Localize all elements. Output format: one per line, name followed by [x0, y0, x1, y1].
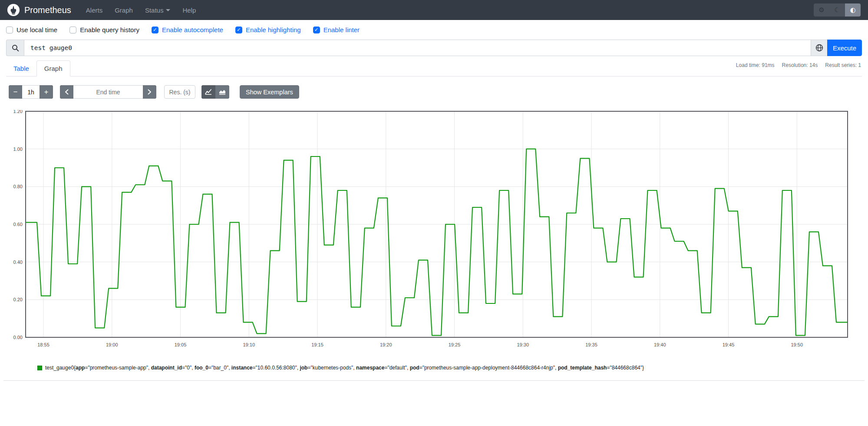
checkbox-icon: ✓ — [6, 27, 13, 33]
range-input[interactable] — [22, 85, 40, 99]
svg-text:19:30: 19:30 — [517, 342, 529, 347]
svg-text:1.00: 1.00 — [13, 146, 23, 152]
chart-type-toggle — [201, 85, 229, 99]
svg-text:19:40: 19:40 — [654, 342, 666, 347]
graph-canvas[interactable]: 0.000.200.400.600.801.001.2018:5519:0019… — [6, 110, 849, 352]
decrease-range-button[interactable]: − — [9, 85, 22, 99]
chevron-right-icon — [148, 89, 152, 95]
query-stats: Load time: 91ms Resolution: 14s Result s… — [736, 62, 861, 68]
query-input[interactable] — [24, 40, 811, 56]
search-addon — [6, 40, 24, 56]
moon-icon: ☾ — [834, 6, 840, 14]
series-legend[interactable]: test_gauge0{app="prometheus-sample-app",… — [37, 365, 868, 371]
metrics-explorer-button[interactable] — [811, 40, 828, 56]
svg-text:19:05: 19:05 — [175, 342, 187, 347]
app-title: Prometheus — [24, 5, 71, 15]
show-exemplars-button[interactable]: Show Exemplars — [240, 85, 299, 99]
search-icon — [12, 44, 19, 52]
result-series-stat: Result series: 1 — [825, 62, 861, 68]
execute-button[interactable]: Execute — [827, 40, 862, 56]
area-chart-icon — [219, 89, 226, 95]
panel-bottom-border — [3, 380, 865, 381]
tab-graph[interactable]: Graph — [36, 60, 70, 77]
svg-text:19:25: 19:25 — [449, 342, 461, 347]
navbar: Prometheus Alerts Graph Status Help ⚙ ☾ … — [0, 0, 868, 20]
svg-text:0.40: 0.40 — [13, 260, 23, 265]
nav-item-status[interactable]: Status — [145, 7, 171, 14]
checkbox-icon: ✓ — [235, 27, 242, 33]
svg-text:0.80: 0.80 — [13, 184, 23, 189]
chevron-left-icon — [65, 89, 69, 95]
svg-text:0.60: 0.60 — [13, 222, 23, 227]
series-color-swatch — [37, 366, 42, 370]
graph-controls: − + Show Exemplars — [9, 85, 868, 99]
contrast-icon: ◐ — [850, 6, 855, 14]
svg-text:19:10: 19:10 — [243, 342, 255, 347]
theme-light-button[interactable]: ⚙ — [814, 3, 829, 17]
nav-links: Alerts Graph Status Help — [86, 7, 196, 14]
options-row: ✓ Use local time ✓ Enable query history … — [0, 20, 868, 39]
query-bar: Execute — [6, 40, 862, 56]
prometheus-logo-icon[interactable] — [7, 3, 20, 17]
svg-text:19:45: 19:45 — [723, 342, 735, 347]
svg-text:19:50: 19:50 — [791, 342, 803, 347]
resolution-stat: Resolution: 14s — [782, 62, 818, 68]
theme-dark-button[interactable]: ☾ — [829, 3, 845, 17]
nav-item-graph[interactable]: Graph — [115, 7, 133, 14]
svg-text:1.20: 1.20 — [13, 110, 23, 114]
line-chart-button[interactable] — [201, 85, 215, 99]
svg-text:19:00: 19:00 — [106, 342, 118, 347]
theme-auto-button[interactable]: ◐ — [845, 3, 861, 17]
theme-toggle-group: ⚙ ☾ ◐ — [814, 3, 861, 17]
checkbox-icon: ✓ — [313, 27, 320, 33]
end-time-input[interactable] — [73, 85, 143, 99]
checkbox-enable-autocomplete[interactable]: ✓ Enable autocomplete — [152, 26, 223, 33]
load-time-stat: Load time: 91ms — [736, 62, 775, 68]
series-label-text: test_gauge0{app="prometheus-sample-app",… — [45, 365, 644, 371]
chart-area: 0.000.200.400.600.801.001.2018:5519:0019… — [6, 110, 862, 353]
endtime-control-group — [60, 85, 156, 99]
nav-item-alerts[interactable]: Alerts — [86, 7, 102, 14]
tabs-row: Table Graph Load time: 91ms Resolution: … — [6, 60, 862, 77]
svg-text:18:55: 18:55 — [37, 342, 50, 347]
checkbox-enable-query-history[interactable]: ✓ Enable query history — [69, 26, 139, 33]
time-back-button[interactable] — [60, 85, 73, 99]
checkbox-icon: ✓ — [152, 27, 158, 33]
checkbox-icon: ✓ — [69, 27, 76, 33]
svg-text:0.20: 0.20 — [13, 297, 23, 302]
resolution-input[interactable] — [164, 85, 195, 99]
line-chart-icon — [205, 89, 212, 95]
checkbox-use-local-time[interactable]: ✓ Use local time — [6, 26, 57, 33]
nav-item-help[interactable]: Help — [182, 7, 196, 14]
increase-range-button[interactable]: + — [40, 85, 53, 99]
checkbox-enable-linter[interactable]: ✓ Enable linter — [313, 26, 360, 33]
caret-down-icon — [166, 9, 170, 11]
range-control-group: − + — [9, 85, 53, 99]
svg-text:19:20: 19:20 — [380, 342, 392, 347]
checkbox-enable-highlighting[interactable]: ✓ Enable highlighting — [235, 26, 301, 33]
stacked-chart-button[interactable] — [215, 85, 229, 99]
gear-icon: ⚙ — [818, 6, 824, 14]
svg-text:19:35: 19:35 — [585, 342, 597, 347]
svg-text:19:15: 19:15 — [311, 342, 323, 347]
tab-table[interactable]: Table — [6, 61, 36, 76]
svg-text:0.00: 0.00 — [13, 335, 23, 340]
globe-icon — [815, 44, 823, 52]
time-forward-button[interactable] — [143, 85, 156, 99]
